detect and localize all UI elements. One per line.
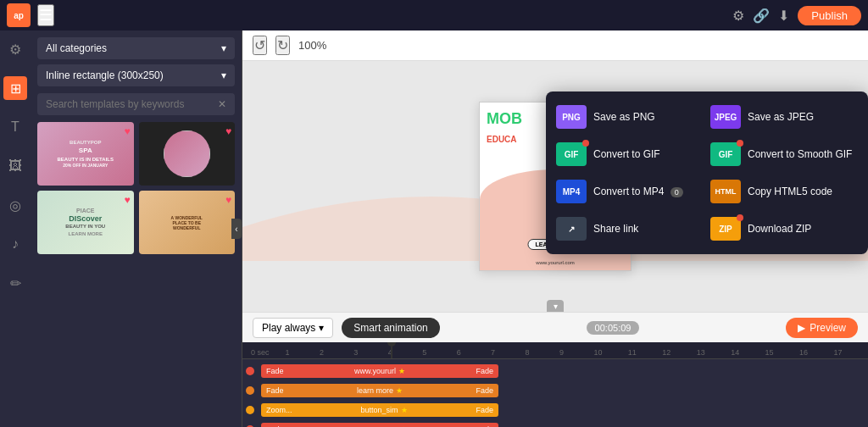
mp4-badge: MP4 — [556, 180, 587, 203]
export-dropdown: PNG Save as PNG JPEG Save as JPEG GIF Co… — [546, 92, 868, 254]
export-mp4[interactable]: MP4 Convert to MP4 0 — [556, 176, 704, 207]
pro-dot — [582, 140, 589, 147]
export-share[interactable]: ↗ Share link — [556, 214, 704, 244]
timeline-track: Fade EDUCATION ★ Fade — [242, 421, 868, 427]
timeline-tracks: Fade www.yoururl ★ Fade Fade learn more … — [242, 359, 868, 427]
topbar-left: ap ☰ — [7, 3, 54, 27]
export-gif[interactable]: GIF Convert to GIF — [556, 139, 704, 169]
heart-icon: ♥ — [124, 125, 130, 137]
heart-icon: ♥ — [225, 194, 231, 206]
export-share-label: Share link — [593, 223, 638, 235]
pro-dot-zip — [737, 214, 743, 221]
topbar-right: ⚙ 🔗 ⬇ Publish — [732, 6, 861, 25]
canvas-area: ↺ ↻ 100% MOB EDUCA LEARN MORE www.you — [242, 30, 868, 427]
app-logo: ap — [7, 3, 31, 27]
track-bar[interactable]: Fade EDUCATION ★ Fade — [261, 423, 498, 427]
icon-bar: ⚙ ⊞ T 🖼 ◎ ♪ ✏ — [0, 30, 31, 427]
canvas-viewport: MOB EDUCA LEARN MORE www.yoururl.com ▾ P… — [242, 61, 868, 312]
icon-bar-brush[interactable]: ✏ — [3, 271, 27, 295]
icon-bar-circle[interactable]: ◎ — [3, 193, 27, 217]
track-dot — [246, 386, 254, 395]
publish-button[interactable]: Publish — [798, 6, 861, 25]
panel-dropdowns: All categories ▾ Inline rectangle (300x2… — [31, 30, 242, 93]
redo-icon[interactable]: ↻ — [275, 36, 290, 55]
html5-badge: HTML — [710, 180, 741, 203]
collapse-timeline-button[interactable]: ▾ — [547, 300, 564, 312]
template-item[interactable]: ♥ — [139, 122, 236, 186]
export-html5-label: Copy HTML5 code — [748, 186, 832, 197]
export-mp4-label: Convert to MP4 0 — [593, 186, 683, 197]
zoom-display: 100% — [298, 39, 326, 52]
ad-sub-text: EDUCA — [487, 135, 517, 144]
heart-icon: ♥ — [225, 125, 231, 137]
size-dropdown[interactable]: Inline rectangle (300x250) ▾ — [37, 64, 235, 86]
timeline: 0 sec 1 2 3 4 5 6 7 8 9 10 11 12 13 14 1… — [242, 342, 868, 427]
export-smooth-gif-label: Convert to Smooth GIF — [748, 148, 852, 160]
png-badge: PNG — [556, 105, 587, 129]
canvas-toolbar: ↺ ↻ 100% — [242, 30, 868, 61]
export-zip-label: Download ZIP — [748, 223, 811, 235]
export-zip[interactable]: ZIP Download ZIP — [710, 214, 858, 244]
timeline-time: 00:05:09 — [448, 321, 778, 335]
bottom-bar: Play always ▾ Smart animation 00:05:09 ▶… — [242, 312, 868, 342]
icon-bar-layers[interactable]: ⊞ — [3, 76, 27, 100]
pro-dot-smooth — [737, 140, 743, 147]
template-item[interactable]: PIACE DIScover BEAUTY IN YOU LEARN MORE … — [37, 191, 134, 254]
timeline-track: Fade learn more ★ Fade — [242, 382, 868, 399]
template-item[interactable]: A WONDERFUL PLACE TO BE WONDERFUL ♥ — [139, 191, 236, 254]
export-jpeg-label: Save as JPEG — [748, 111, 814, 123]
chevron-down-icon: ▾ — [221, 42, 226, 54]
preview-button[interactable]: ▶ Preview — [786, 318, 858, 338]
template-item[interactable]: BEAUTYPOP SPA BEAUTY IS IN DETAILS 20% O… — [37, 122, 134, 186]
timeline-track: Fade www.yoururl ★ Fade — [242, 363, 868, 380]
export-jpeg[interactable]: JPEG Save as JPEG — [710, 102, 858, 132]
share-badge: ↗ — [556, 217, 587, 241]
export-gif-label: Convert to GIF — [593, 148, 660, 160]
templates-grid: BEAUTYPOP SPA BEAUTY IS IN DETAILS 20% O… — [31, 122, 242, 261]
topbar: ap ☰ ⚙ 🔗 ⬇ Publish — [0, 0, 868, 30]
export-png[interactable]: PNG Save as PNG — [556, 102, 704, 132]
left-panel: All categories ▾ Inline rectangle (300x2… — [31, 30, 242, 427]
play-icon: ▶ — [798, 322, 805, 334]
play-always-button[interactable]: Play always ▾ — [253, 318, 333, 338]
track-dot — [246, 367, 254, 375]
timeline-track: Zoom... button_sim ★ Fade — [242, 402, 868, 419]
link-icon[interactable]: 🔗 — [753, 8, 770, 24]
chevron-down-icon: ▾ — [319, 322, 324, 334]
ad-url: www.yoururl.com — [536, 260, 575, 265]
track-bar[interactable]: Fade learn more ★ Fade — [261, 384, 498, 397]
download-icon[interactable]: ⬇ — [778, 8, 789, 24]
icon-bar-text[interactable]: T — [3, 115, 27, 139]
search-bar[interactable]: ✕ — [37, 93, 235, 115]
export-smooth-gif[interactable]: GIF Convert to Smooth GIF — [710, 139, 858, 169]
close-icon[interactable]: ✕ — [218, 98, 226, 110]
ad-main-text: MOB — [487, 111, 522, 128]
chevron-down-icon: ▾ — [221, 69, 226, 81]
track-dot — [246, 406, 254, 414]
icon-bar-music[interactable]: ♪ — [3, 232, 27, 256]
search-input[interactable] — [46, 98, 218, 110]
time-display: 00:05:09 — [587, 321, 640, 335]
gif-badge: GIF — [556, 142, 587, 166]
playhead[interactable] — [391, 342, 392, 358]
smart-animation-button[interactable]: Smart animation — [342, 318, 439, 338]
export-png-label: Save as PNG — [593, 111, 655, 123]
export-html5[interactable]: HTML Copy HTML5 code — [710, 176, 858, 207]
jpeg-badge: JPEG — [710, 105, 741, 129]
track-bar[interactable]: Fade www.yoururl ★ Fade — [261, 364, 498, 378]
icon-bar-settings[interactable]: ⚙ — [3, 37, 27, 61]
track-bar[interactable]: Zoom... button_sim ★ Fade — [261, 403, 498, 417]
collapse-panel-button[interactable]: ‹ — [231, 219, 242, 239]
menu-button[interactable]: ☰ — [37, 4, 54, 26]
undo-icon[interactable]: ↺ — [253, 36, 267, 55]
timeline-ruler: 0 sec 1 2 3 4 5 6 7 8 9 10 11 12 13 14 1… — [242, 342, 868, 359]
main-layout: ⚙ ⊞ T 🖼 ◎ ♪ ✏ All categories ▾ Inline re… — [0, 30, 868, 427]
smooth-gif-badge: GIF — [710, 142, 741, 166]
category-dropdown[interactable]: All categories ▾ — [37, 37, 235, 59]
icon-bar-image[interactable]: 🖼 — [3, 154, 27, 178]
heart-icon: ♥ — [124, 194, 130, 206]
settings-icon[interactable]: ⚙ — [732, 8, 744, 24]
zip-badge: ZIP — [710, 217, 741, 241]
